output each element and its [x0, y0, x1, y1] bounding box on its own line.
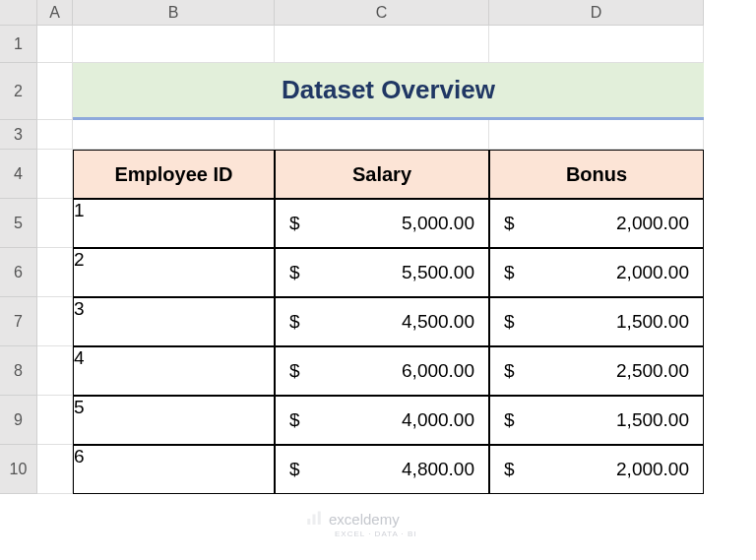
- row-header-3[interactable]: 3: [0, 120, 37, 150]
- table-row[interactable]: $6,000.00: [275, 346, 489, 396]
- spreadsheet-grid: A B C D 1 2 Dataset Overview 3 4 Employe…: [0, 0, 756, 494]
- currency-symbol: $: [504, 311, 515, 333]
- salary-value: 4,500.00: [402, 311, 474, 333]
- table-row[interactable]: 1: [73, 199, 275, 248]
- currency-symbol: $: [289, 409, 300, 431]
- currency-symbol: $: [504, 213, 515, 234]
- cell-a6[interactable]: [37, 248, 73, 297]
- col-header-b[interactable]: B: [73, 0, 275, 26]
- row-header-5[interactable]: 5: [0, 199, 37, 248]
- currency-symbol: $: [289, 213, 300, 234]
- cell-a5[interactable]: [37, 199, 73, 248]
- salary-value: 5,000.00: [402, 213, 474, 234]
- table-row[interactable]: 5: [73, 396, 275, 445]
- col-header-c[interactable]: C: [275, 0, 489, 26]
- chart-icon: [305, 510, 323, 528]
- bonus-value: 2,000.00: [616, 459, 689, 480]
- table-header-employee-id[interactable]: Employee ID: [73, 150, 275, 199]
- table-row[interactable]: $2,500.00: [489, 346, 704, 396]
- table-row[interactable]: $4,800.00: [275, 445, 489, 494]
- cell-a8[interactable]: [37, 346, 73, 396]
- table-row[interactable]: $1,500.00: [489, 297, 704, 346]
- salary-value: 4,800.00: [402, 459, 474, 480]
- table-row[interactable]: 4: [73, 346, 275, 396]
- table-row[interactable]: $2,000.00: [489, 199, 704, 248]
- row-header-10[interactable]: 10: [0, 445, 37, 494]
- table-header-salary[interactable]: Salary: [275, 150, 489, 199]
- cell-a3[interactable]: [37, 120, 73, 150]
- watermark-text: exceldemy: [329, 511, 400, 528]
- salary-value: 4,000.00: [402, 409, 474, 431]
- watermark: exceldemy: [305, 510, 400, 528]
- row-header-6[interactable]: 6: [0, 248, 37, 297]
- cell-c1[interactable]: [275, 26, 489, 63]
- currency-symbol: $: [289, 360, 300, 382]
- cell-b3[interactable]: [73, 120, 275, 150]
- table-header-bonus[interactable]: Bonus: [489, 150, 704, 199]
- watermark-sub: EXCEL · DATA · BI: [335, 529, 417, 538]
- row-header-9[interactable]: 9: [0, 396, 37, 445]
- select-all-corner[interactable]: [0, 0, 37, 26]
- table-row[interactable]: $4,000.00: [275, 396, 489, 445]
- currency-symbol: $: [289, 311, 300, 333]
- currency-symbol: $: [504, 409, 515, 431]
- bonus-value: 2,000.00: [616, 262, 689, 283]
- svg-rect-1: [313, 515, 316, 526]
- row-header-7[interactable]: 7: [0, 297, 37, 346]
- svg-rect-0: [307, 519, 310, 525]
- table-row[interactable]: $5,000.00: [275, 199, 489, 248]
- row-header-4[interactable]: 4: [0, 150, 37, 199]
- row-header-1[interactable]: 1: [0, 26, 37, 63]
- cell-a7[interactable]: [37, 297, 73, 346]
- title-cell[interactable]: Dataset Overview: [73, 63, 704, 120]
- cell-a4[interactable]: [37, 150, 73, 199]
- bonus-value: 2,500.00: [616, 360, 689, 382]
- bonus-value: 1,500.00: [616, 311, 689, 333]
- currency-symbol: $: [504, 360, 515, 382]
- bonus-value: 1,500.00: [616, 409, 689, 431]
- cell-a1[interactable]: [37, 26, 73, 63]
- cell-b1[interactable]: [73, 26, 275, 63]
- table-row[interactable]: $4,500.00: [275, 297, 489, 346]
- table-row[interactable]: $2,000.00: [489, 248, 704, 297]
- cell-c3[interactable]: [275, 120, 489, 150]
- table-row[interactable]: 6: [73, 445, 275, 494]
- cell-d1[interactable]: [489, 26, 704, 63]
- cell-a2[interactable]: [37, 63, 73, 120]
- cell-a9[interactable]: [37, 396, 73, 445]
- currency-symbol: $: [504, 459, 515, 480]
- row-header-8[interactable]: 8: [0, 346, 37, 396]
- table-row[interactable]: $5,500.00: [275, 248, 489, 297]
- currency-symbol: $: [289, 459, 300, 480]
- cell-d3[interactable]: [489, 120, 704, 150]
- table-row[interactable]: $2,000.00: [489, 445, 704, 494]
- currency-symbol: $: [504, 262, 515, 283]
- col-header-d[interactable]: D: [489, 0, 704, 26]
- svg-rect-2: [318, 512, 321, 526]
- table-row[interactable]: $1,500.00: [489, 396, 704, 445]
- bonus-value: 2,000.00: [616, 213, 689, 234]
- row-header-2[interactable]: 2: [0, 63, 37, 120]
- cell-a10[interactable]: [37, 445, 73, 494]
- col-header-a[interactable]: A: [37, 0, 73, 26]
- currency-symbol: $: [289, 262, 300, 283]
- table-row[interactable]: 3: [73, 297, 275, 346]
- table-row[interactable]: 2: [73, 248, 275, 297]
- salary-value: 6,000.00: [402, 360, 474, 382]
- salary-value: 5,500.00: [402, 262, 474, 283]
